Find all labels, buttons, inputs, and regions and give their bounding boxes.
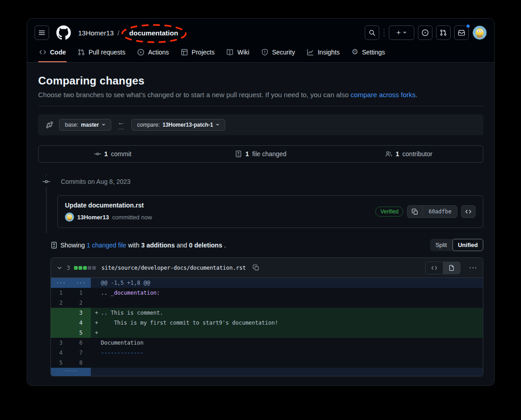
diff-row-context: 47------------- xyxy=(51,348,483,358)
base-branch-selector[interactable]: base: master xyxy=(59,119,111,131)
intro-suffix: . xyxy=(416,91,417,99)
stat-files-count: 1 xyxy=(245,150,249,158)
line-number-old[interactable]: 4 xyxy=(51,348,71,358)
tab-pull-requests[interactable]: Pull requests xyxy=(73,45,130,62)
stat-commits[interactable]: 1 commit xyxy=(39,150,187,158)
changed-files-link[interactable]: 1 changed file xyxy=(87,242,126,249)
compare-across-forks-link[interactable]: compare across forks xyxy=(351,91,416,99)
code-icon xyxy=(39,49,46,56)
issues-button[interactable] xyxy=(418,25,432,40)
search-button[interactable] xyxy=(365,25,379,40)
hunk-header: @@ -1,5 +1,8 @@ xyxy=(91,278,483,288)
user-avatar[interactable] xyxy=(472,25,487,40)
split-view-button[interactable]: Split xyxy=(430,239,452,251)
commit-author-avatar[interactable] xyxy=(65,212,74,222)
hunk-gutter-old[interactable]: ··· xyxy=(51,278,71,288)
collapse-file-button[interactable] xyxy=(56,265,63,271)
hamburger-menu-button[interactable] xyxy=(35,25,49,40)
diff-line-code: .. This is comment. xyxy=(101,308,163,318)
line-number-new[interactable]: 2 xyxy=(71,298,91,308)
copy-sha-button[interactable] xyxy=(407,206,423,217)
caret-down-icon xyxy=(102,124,105,126)
create-new-button[interactable]: + xyxy=(389,25,414,40)
tab-security[interactable]: Security xyxy=(257,45,300,62)
diff-row-context: 11.. _documentation: xyxy=(51,288,483,298)
line-number-old[interactable]: 2 xyxy=(51,298,71,308)
line-number-new[interactable]: 8 xyxy=(71,358,91,368)
line-number-old[interactable]: 1 xyxy=(51,288,71,298)
line-number-new[interactable]: 3 xyxy=(71,308,91,318)
commit-sha-group[interactable]: 60adfbe xyxy=(407,205,457,218)
line-number-old[interactable] xyxy=(51,308,71,318)
plus-icon: + xyxy=(397,29,401,37)
line-number-new[interactable]: 5 xyxy=(71,328,91,338)
tab-settings[interactable]: ⚙ Settings xyxy=(347,45,390,62)
summary-additions: 3 additions xyxy=(141,242,175,249)
shield-icon xyxy=(261,49,268,56)
line-number-new[interactable]: 1 xyxy=(71,288,91,298)
diff-line-code: ------------- xyxy=(101,348,144,358)
stat-contributors-count: 1 xyxy=(396,150,399,158)
summary-conj: and xyxy=(177,242,187,249)
stat-contributors[interactable]: 1 contributor xyxy=(335,150,483,158)
code-segment: .. This is comment. xyxy=(101,310,163,316)
line-number-new[interactable]: 6 xyxy=(71,338,91,348)
commit-sha[interactable]: 60adfbe xyxy=(423,206,457,217)
summary-deletions: 0 deletions xyxy=(189,242,222,249)
diff-row-hunk: ······@@ -1,5 +1,8 @@ xyxy=(51,278,483,288)
commit-title-link[interactable]: Update documentation.rst xyxy=(65,202,152,209)
line-number-old[interactable] xyxy=(51,318,71,328)
tab-insights[interactable]: Insights xyxy=(302,45,344,62)
file-path: site/source/developer-docs/documentation… xyxy=(101,265,246,271)
diff-line-sign: + xyxy=(91,328,101,338)
breadcrumb-slash: / xyxy=(117,29,119,37)
rich-view-button[interactable] xyxy=(443,262,460,274)
notification-dot xyxy=(466,24,471,29)
diffstat-block-add xyxy=(83,266,87,270)
repo-nav: Code Pull requests Actions Projects Wiki… xyxy=(35,45,487,62)
file-diff-icon xyxy=(50,242,58,249)
compare-label: compare: xyxy=(137,122,160,128)
diff-row-add: 5+ xyxy=(51,328,483,338)
base-label: base: xyxy=(65,122,78,128)
git-pull-request-icon xyxy=(440,29,447,36)
diff-row-add: 4+ This is my first commit to start9's d… xyxy=(51,318,483,328)
code-segment: This is my first commit to start9's docu… xyxy=(101,320,278,326)
copy-path-button[interactable] xyxy=(253,264,259,271)
line-number-old[interactable]: 3 xyxy=(51,338,71,348)
github-logo[interactable] xyxy=(56,25,71,40)
line-number-new[interactable]: 4 xyxy=(71,318,91,328)
diff-line-content: + This is my first commit to start9's do… xyxy=(91,318,483,328)
tab-projects[interactable]: Projects xyxy=(176,45,219,62)
tab-code-label: Code xyxy=(50,49,66,56)
tab-wiki[interactable]: Wiki xyxy=(222,45,253,62)
code-segment: _documentation: xyxy=(111,290,160,296)
tab-actions[interactable]: Actions xyxy=(133,45,174,62)
main-content: Comparing changes Choose two branches to… xyxy=(27,63,494,376)
line-number-old[interactable]: 5 xyxy=(51,358,71,368)
browse-code-button[interactable] xyxy=(461,205,476,218)
copy-icon xyxy=(412,208,418,215)
verified-badge[interactable]: Verified xyxy=(375,207,403,217)
diff-row-context: 22 xyxy=(51,298,483,308)
diff-card: 3 site/source/developer-docs/documentati… xyxy=(50,257,483,376)
tab-wiki-label: Wiki xyxy=(237,49,249,56)
line-number-new[interactable]: 7 xyxy=(71,348,91,358)
unified-view-button[interactable]: Unified xyxy=(452,239,483,251)
tab-code[interactable]: Code xyxy=(35,45,70,62)
commit-author-link[interactable]: 13Homer13 xyxy=(77,214,109,221)
hunk-gutter-new[interactable]: ··· xyxy=(71,278,91,288)
source-view-button[interactable] xyxy=(426,262,443,274)
code-icon xyxy=(431,265,437,271)
git-compare-icon xyxy=(45,121,54,129)
compare-branch-selector[interactable]: compare: 13Homer13-patch-1 xyxy=(131,119,225,131)
diff-line-sign xyxy=(91,338,101,348)
stat-files-changed[interactable]: 1 file changed xyxy=(187,150,335,158)
breadcrumb-repo[interactable]: documentation xyxy=(129,29,179,37)
pull-requests-button[interactable] xyxy=(436,25,451,40)
file-options-button[interactable]: ··· xyxy=(469,264,477,272)
line-number-old[interactable] xyxy=(51,328,71,338)
expand-hunk-button[interactable]: ····· xyxy=(51,368,91,376)
page-intro: Choose two branches to see what’s change… xyxy=(38,91,483,99)
breadcrumb-owner[interactable]: 13Homer13 xyxy=(78,29,114,37)
